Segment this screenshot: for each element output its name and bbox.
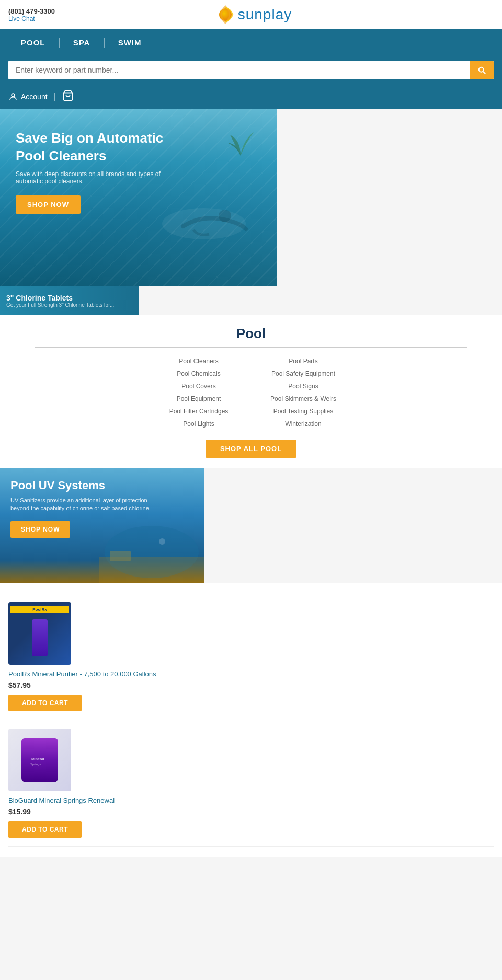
product-image-bioguard: Mineral Springs (8, 729, 71, 791)
hero-shop-now-button[interactable]: SHOP NOW (16, 195, 81, 214)
svg-text:Mineral: Mineral (31, 757, 44, 761)
hero-title: Save Big on Automatic Pool Cleaners (16, 130, 183, 165)
svg-point-1 (12, 94, 15, 97)
chlorine-banner-subtitle: Get your Full Strength 3" Chlorine Table… (6, 302, 114, 308)
pool-link-chemicals[interactable]: Pool Chemicals (152, 368, 246, 379)
hero-content: Save Big on Automatic Pool Cleaners Save… (16, 130, 183, 214)
top-bar: (801) 479-3300 Live Chat sunplay (0, 0, 502, 29)
product-card-bioguard: Mineral Springs BioGuard Mineral Springs… (8, 720, 494, 847)
uv-banner-title: Pool UV Systems (10, 479, 167, 492)
pool-section-title: Pool (10, 326, 492, 342)
pool-link-filters[interactable]: Pool Filter Cartridges (152, 406, 246, 417)
product-card-poolrx: PoolRx PoolRx Mineral Purifier - 7,500 t… (8, 594, 494, 720)
product-name-bioguard[interactable]: BioGuard Mineral Springs Renewal (8, 797, 494, 804)
search-container (8, 61, 494, 79)
cart-svg-icon (62, 90, 74, 101)
sun-logo-icon (215, 4, 236, 25)
poolrx-label: PoolRx (10, 606, 69, 613)
account-divider: | (54, 92, 56, 101)
hero-subtitle: Save with deep discounts on all brands a… (16, 170, 183, 185)
uv-banner: Pool UV Systems UV Sanitizers provide an… (0, 468, 204, 583)
svg-point-8 (159, 538, 165, 545)
pool-link-safety[interactable]: Pool Safety Equipment (256, 368, 350, 379)
pool-link-skimmers[interactable]: Pool Skimmers & Weirs (256, 394, 350, 404)
product-price-poolrx: $57.95 (8, 681, 494, 689)
search-button[interactable] (470, 61, 494, 79)
pool-link-winterization[interactable]: Winterization (256, 419, 350, 429)
poolrx-bottle (32, 619, 48, 656)
search-bar (0, 55, 502, 87)
search-input[interactable] (8, 61, 470, 79)
logo-text: sunplay (238, 6, 292, 23)
chlorine-banner: 3" Chlorine Tablets Get your Full Streng… (0, 286, 139, 315)
hero-banner: Save Big on Automatic Pool Cleaners Save… (0, 109, 277, 286)
pool-link-lights[interactable]: Pool Lights (152, 419, 246, 429)
nav-pool[interactable]: POOL (8, 29, 58, 55)
pool-link-parts[interactable]: Pool Parts (256, 356, 350, 366)
pool-link-signs[interactable]: Pool Signs (256, 381, 350, 391)
product-price-bioguard: $15.99 (8, 808, 494, 816)
pool-links-grid: Pool Cleaners Pool Parts Pool Chemicals … (152, 356, 350, 429)
main-navigation: POOL | SPA | SWIM (0, 29, 502, 55)
bioguard-image: Mineral Springs (8, 729, 71, 791)
contact-info: (801) 479-3300 Live Chat (8, 7, 55, 22)
plant-decoration (214, 114, 267, 156)
phone-number[interactable]: (801) 479-3300 (8, 7, 55, 15)
products-section: PoolRx PoolRx Mineral Purifier - 7,500 t… (0, 583, 502, 857)
product-name-poolrx[interactable]: PoolRx Mineral Purifier - 7,500 to 20,00… (8, 670, 494, 678)
pool-link-equipment[interactable]: Pool Equipment (152, 394, 246, 404)
bioguard-bag: Mineral Springs (21, 738, 58, 782)
shop-all-pool-button[interactable]: SHOP ALL POOL (206, 440, 296, 458)
live-chat-link[interactable]: Live Chat (8, 15, 55, 22)
account-bar: Account | (0, 87, 502, 109)
pool-link-covers[interactable]: Pool Covers (152, 381, 246, 391)
search-icon (477, 65, 486, 75)
nav-spa[interactable]: SPA (61, 29, 103, 55)
logo[interactable]: sunplay (215, 4, 292, 25)
nav-swim[interactable]: SWIM (106, 29, 154, 55)
pool-link-testing[interactable]: Pool Testing Supplies (256, 406, 350, 417)
section-divider (35, 347, 467, 348)
svg-text:Springs: Springs (30, 763, 41, 766)
add-to-cart-poolrx[interactable]: ADD TO CART (8, 695, 82, 711)
product-image-poolrx: PoolRx (8, 602, 71, 665)
uv-banner-subtitle: UV Sanitizers provide an additional laye… (10, 497, 167, 513)
account-link[interactable]: Account (8, 92, 48, 101)
account-label: Account (21, 93, 48, 101)
uv-shop-now-button[interactable]: SHOP NOW (10, 521, 70, 538)
pool-section: Pool Pool Cleaners Pool Parts Pool Chemi… (0, 315, 502, 468)
poolrx-image: PoolRx (8, 602, 71, 665)
chlorine-banner-title: 3" Chlorine Tablets (6, 294, 114, 302)
pool-link-cleaners[interactable]: Pool Cleaners (152, 356, 246, 366)
bioguard-bag-detail: Mineral Springs (29, 752, 50, 768)
add-to-cart-bioguard[interactable]: ADD TO CART (8, 821, 82, 838)
svg-rect-7 (110, 551, 131, 561)
uv-content: Pool UV Systems UV Sanitizers provide an… (10, 479, 167, 538)
account-icon (8, 92, 18, 101)
cart-icon[interactable] (62, 90, 74, 103)
